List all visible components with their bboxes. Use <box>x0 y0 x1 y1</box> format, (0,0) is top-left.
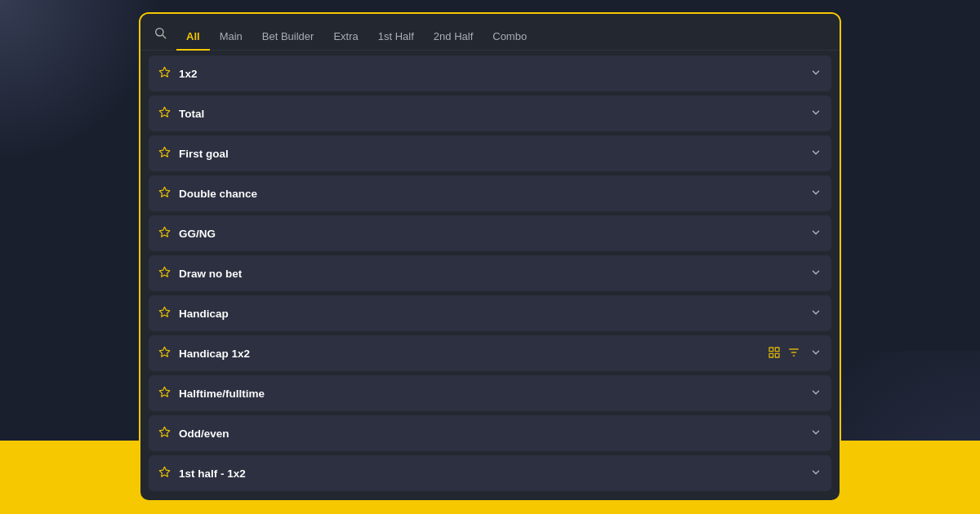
betting-panel: All Main Bet Builder Extra 1st Half 2nd … <box>139 12 841 502</box>
market-row-draw-no-bet[interactable]: Draw no bet <box>149 255 831 291</box>
star-icon[interactable] <box>158 266 171 281</box>
star-icon[interactable] <box>158 306 171 321</box>
svg-marker-5 <box>159 187 170 197</box>
svg-marker-9 <box>159 347 170 357</box>
tab-bar: All Main Bet Builder Extra 1st Half 2nd … <box>140 14 840 51</box>
market-actions-halftime-fulltime <box>807 387 822 401</box>
star-icon[interactable] <box>158 106 171 121</box>
svg-rect-12 <box>769 353 773 357</box>
chevron-down-icon[interactable] <box>810 227 822 241</box>
tab-combo[interactable]: Combo <box>483 24 537 51</box>
market-actions-total <box>807 107 822 121</box>
svg-marker-6 <box>159 227 170 237</box>
chevron-down-icon[interactable] <box>810 427 822 441</box>
market-actions-handicap-1x2 <box>768 346 822 361</box>
market-row-halftime-fulltime[interactable]: Halftime/fulltime <box>149 375 831 411</box>
market-actions-1st-half-1x2 <box>807 467 822 481</box>
svg-marker-7 <box>159 267 170 277</box>
tab-main[interactable]: Main <box>210 24 252 51</box>
market-row-1st-half-1x2[interactable]: 1st half - 1x2 <box>149 455 831 491</box>
star-icon[interactable] <box>158 146 171 161</box>
market-row-odd-even[interactable]: Odd/even <box>149 415 831 451</box>
market-label-gg-ng: GG/NG <box>179 228 807 240</box>
market-row-1x2[interactable]: 1x2 <box>149 55 831 91</box>
tab-1st-half[interactable]: 1st Half <box>368 24 424 51</box>
tab-all[interactable]: All <box>176 24 210 51</box>
chevron-down-icon[interactable] <box>810 347 822 361</box>
market-label-total: Total <box>179 108 807 120</box>
market-row-handicap-1x2[interactable]: Handicap 1x2 <box>149 335 831 371</box>
market-row-handicap[interactable]: Handicap <box>149 295 831 331</box>
market-label-handicap: Handicap <box>179 308 807 320</box>
market-label-halftime-fulltime: Halftime/fulltime <box>179 388 807 400</box>
market-label-first-goal: First goal <box>179 148 807 160</box>
svg-marker-2 <box>159 67 170 77</box>
chevron-down-icon[interactable] <box>810 67 822 81</box>
market-label-1st-half-1x2: 1st half - 1x2 <box>179 467 807 480</box>
star-icon[interactable] <box>158 346 171 361</box>
market-list: 1x2TotalFirst goalDouble chanceGG/NGDraw… <box>140 51 840 500</box>
market-actions-1x2 <box>807 67 822 81</box>
svg-marker-4 <box>159 147 170 157</box>
market-actions-handicap <box>807 307 822 321</box>
svg-marker-17 <box>159 387 170 397</box>
star-icon[interactable] <box>158 66 171 81</box>
chevron-down-icon[interactable] <box>810 307 822 321</box>
chevron-down-icon[interactable] <box>810 147 822 161</box>
svg-rect-13 <box>775 353 779 357</box>
market-row-first-goal[interactable]: First goal <box>149 135 831 171</box>
filter-icon[interactable] <box>787 346 800 361</box>
chevron-down-icon[interactable] <box>810 107 822 121</box>
chevron-down-icon[interactable] <box>810 387 822 401</box>
svg-marker-18 <box>159 427 170 436</box>
grid-icon[interactable] <box>768 346 781 361</box>
tab-2nd-half[interactable]: 2nd Half <box>424 24 483 51</box>
market-actions-first-goal <box>807 147 822 161</box>
market-label-odd-even: Odd/even <box>179 428 807 440</box>
market-label-handicap-1x2: Handicap 1x2 <box>179 348 768 360</box>
chevron-down-icon[interactable] <box>810 467 822 481</box>
market-actions-gg-ng <box>807 227 822 241</box>
svg-rect-10 <box>769 348 773 352</box>
tab-extra[interactable]: Extra <box>323 24 368 51</box>
svg-marker-3 <box>159 107 170 117</box>
market-label-1x2: 1x2 <box>179 68 807 80</box>
tab-bet-builder[interactable]: Bet Builder <box>252 24 324 51</box>
market-actions-double-chance <box>807 187 822 201</box>
star-icon[interactable] <box>158 426 171 441</box>
market-actions-draw-no-bet <box>807 267 822 281</box>
svg-line-1 <box>163 35 166 38</box>
star-icon[interactable] <box>158 386 171 401</box>
chevron-down-icon[interactable] <box>810 267 822 281</box>
chevron-down-icon[interactable] <box>810 187 822 201</box>
market-row-gg-ng[interactable]: GG/NG <box>149 215 831 251</box>
svg-marker-19 <box>159 467 170 476</box>
svg-rect-11 <box>775 348 779 352</box>
market-actions-odd-even <box>807 427 822 441</box>
market-row-double-chance[interactable]: Double chance <box>149 175 831 211</box>
star-icon[interactable] <box>158 466 171 481</box>
market-label-draw-no-bet: Draw no bet <box>179 268 807 280</box>
market-label-double-chance: Double chance <box>179 188 807 200</box>
star-icon[interactable] <box>158 226 171 241</box>
svg-marker-8 <box>159 307 170 317</box>
star-icon[interactable] <box>158 186 171 201</box>
search-icon[interactable] <box>154 26 167 48</box>
market-row-total[interactable]: Total <box>149 95 831 131</box>
